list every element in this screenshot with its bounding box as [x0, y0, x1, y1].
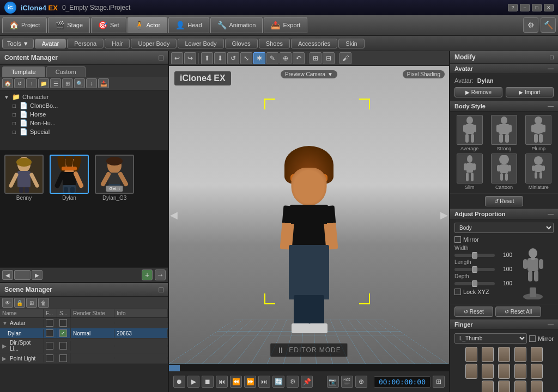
close-button[interactable]: ✕ [544, 4, 554, 11]
mirror-check[interactable] [454, 236, 461, 243]
f-check-dir[interactable] [46, 342, 53, 350]
style-plump[interactable]: Plump [523, 115, 555, 151]
body-part-dropdown[interactable]: Body [454, 223, 554, 233]
scroll-right[interactable]: ▶ [32, 270, 43, 280]
finger-btn-3[interactable] [482, 347, 494, 362]
thumb-dylan[interactable]: Dylan [50, 155, 89, 201]
viewport-arrow-right[interactable]: ▶ [440, 209, 448, 221]
depth-slider[interactable] [454, 282, 495, 285]
f-check-point[interactable] [46, 354, 53, 362]
pause-button[interactable]: ⏸ [277, 346, 284, 354]
finger-btn-9[interactable] [514, 347, 526, 362]
style-cartoon[interactable]: Cartoon [488, 154, 520, 190]
pb-next[interactable]: ⏭ [258, 376, 270, 388]
scene-row-dylan[interactable]: Dylan ✓ Normal 20663 [0, 328, 168, 339]
pb-loop[interactable]: 🔄 [272, 376, 284, 388]
scene-tool-delete[interactable]: 🗑 [38, 298, 49, 308]
viewport-canvas[interactable]: iClone4 EX Preview Camera ▼ Pixel Shadin… [169, 66, 449, 364]
finger-collapse[interactable]: — [548, 321, 554, 328]
scroll-left[interactable]: ◀ [2, 270, 13, 280]
content-manager-close[interactable]: □ [159, 53, 163, 62]
import-button-right[interactable]: ▶ Import [506, 87, 554, 97]
tree-item-non-hu[interactable]: □ 📄 Non-Hu... [2, 119, 166, 127]
finger-btn-10[interactable] [514, 364, 526, 379]
viewport-arrow-left[interactable]: ◀ [170, 209, 178, 221]
pb-more1[interactable]: ⚙ [287, 376, 299, 388]
s-check-point[interactable] [59, 354, 67, 362]
f-check-avatar[interactable] [46, 319, 53, 327]
vp-redo[interactable]: ↪ [184, 52, 196, 64]
pb-more2[interactable]: 📌 [301, 376, 313, 388]
avatar-section-collapse[interactable]: — [548, 65, 554, 72]
nav-tab-export[interactable]: 📤 Export [264, 17, 307, 33]
vp-cam-2[interactable]: ⊟ [323, 52, 335, 64]
tool-grid-view[interactable]: ⊞ [62, 78, 73, 88]
width-slider[interactable] [454, 254, 495, 257]
pb-rw[interactable]: ⏪ [230, 376, 242, 388]
scene-tool-lock[interactable]: 🔒 [14, 298, 25, 308]
remove-button[interactable]: → [155, 270, 166, 280]
finger-btn-12[interactable] [531, 347, 543, 362]
finger-btn-1[interactable] [465, 347, 477, 362]
minimize-button[interactable]: − [520, 4, 530, 11]
subtab-hair[interactable]: Hair [105, 39, 130, 48]
scene-row-dir[interactable]: ▶ Dir./Spot Li... [0, 339, 168, 353]
tool-list-view[interactable]: ☰ [50, 78, 61, 88]
subtab-accessories[interactable]: Accessories [291, 39, 337, 48]
vp-cam-1[interactable]: ⊞ [310, 52, 322, 64]
vp-paint-2[interactable]: 🖌 [339, 52, 351, 64]
body-style-reset[interactable]: ↺ Reset [485, 196, 524, 206]
proportion-collapse[interactable]: — [548, 211, 554, 217]
vp-reset[interactable]: ↶ [293, 52, 305, 64]
s-check-avatar[interactable] [59, 319, 67, 327]
tool-home[interactable]: 🏠 [2, 78, 13, 88]
pb-record[interactable]: ⏺ [173, 376, 185, 388]
scene-tool-eye[interactable]: 👁 [2, 298, 13, 308]
vp-select[interactable]: ✱ [253, 52, 265, 64]
scene-tool-render[interactable]: ⊞ [26, 298, 37, 308]
vp-move-down[interactable]: ⬇ [214, 52, 226, 64]
timeline-bar[interactable] [169, 365, 449, 371]
tree-item-character[interactable]: ▼ 📁 Character [2, 93, 166, 101]
scene-row-avatar[interactable]: ▼ Avatar [0, 318, 168, 328]
tool-add-folder[interactable]: 📁 [38, 78, 49, 88]
pb-stop[interactable]: ⏹ [202, 376, 214, 388]
scene-manager-close[interactable]: □ [159, 285, 163, 294]
get-it-badge[interactable]: Get it [106, 186, 123, 192]
style-slim[interactable]: Slim [453, 154, 486, 190]
pb-cam-snap[interactable]: 📷 [327, 376, 339, 388]
tool-import[interactable]: 📥 [98, 78, 109, 88]
nav-tab-set[interactable]: 🎯 Set [91, 17, 126, 33]
proportion-reset[interactable]: ↺ Reset [454, 307, 493, 317]
pb-ff[interactable]: ⏩ [244, 376, 256, 388]
length-slider[interactable] [454, 268, 495, 271]
s-check-dir[interactable] [59, 342, 67, 350]
pb-prev[interactable]: ⏮ [216, 376, 228, 388]
subtab-persona[interactable]: Persona [67, 39, 104, 48]
vp-paint[interactable]: ✎ [266, 52, 278, 64]
help-button[interactable]: ? [508, 4, 518, 11]
s-check-dylan[interactable]: ✓ [59, 329, 67, 337]
tool-sort[interactable]: ↕ [86, 78, 97, 88]
finger-btn-7[interactable] [498, 364, 510, 379]
lock-xyz-check[interactable] [454, 289, 461, 295]
subtab-gloves[interactable]: Gloves [225, 39, 258, 48]
pb-play[interactable]: ▶ [187, 376, 199, 388]
nav-tab-project[interactable]: 🏠 Project [2, 17, 47, 33]
style-miniature[interactable]: Miniature [523, 154, 555, 190]
style-average[interactable]: Average [453, 115, 486, 151]
nav-tab-stage[interactable]: 🎬 Stage [48, 17, 90, 33]
subtab-lower-body[interactable]: Lower Body [178, 39, 223, 48]
tool-refresh[interactable]: ↺ [14, 78, 25, 88]
pb-cam-ctrl[interactable]: ⊞ [433, 376, 445, 388]
style-strong[interactable]: Strong [488, 115, 520, 151]
tree-item-clonebo[interactable]: □ 📄 CloneBo... [2, 101, 166, 110]
remove-button-right[interactable]: ▶ Remove [454, 87, 502, 97]
subtab-skin[interactable]: Skin [338, 39, 364, 48]
tab-custom[interactable]: Custom [46, 66, 86, 77]
thumb-benny[interactable]: Benny [4, 155, 44, 201]
tools-dropdown[interactable]: Tools ▼ [2, 39, 34, 48]
tab-template[interactable]: Template [2, 66, 45, 77]
nav-tab-animation[interactable]: 🔧 Animation [210, 17, 263, 33]
f-check-dylan[interactable] [46, 329, 53, 337]
